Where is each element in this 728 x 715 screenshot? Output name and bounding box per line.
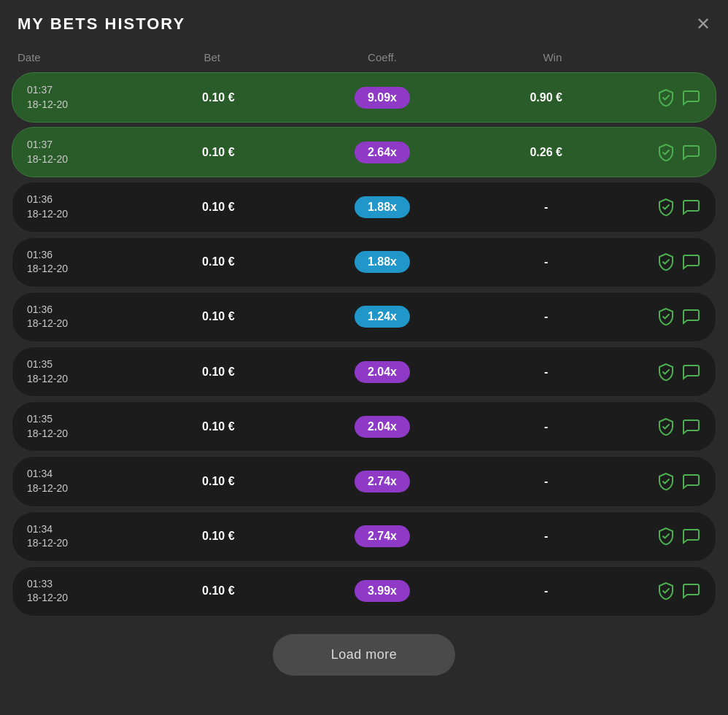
date-time: 01:37	[27, 138, 136, 152]
date-date: 18-12-20	[27, 427, 136, 441]
win-amount: -	[464, 201, 628, 214]
date-date: 18-12-20	[27, 98, 136, 112]
table-row: 01:3618-12-200.10 €1.88x-	[12, 237, 716, 287]
win-amount: 0.90 €	[464, 91, 628, 104]
shield-icon[interactable]	[656, 362, 676, 382]
date-cell: 01:3618-12-20	[27, 248, 136, 277]
table-row: 01:3418-12-200.10 €2.74x-	[12, 511, 716, 562]
chat-icon[interactable]	[681, 526, 701, 546]
date-cell: 01:3318-12-20	[27, 577, 136, 606]
date-date: 18-12-20	[27, 591, 136, 606]
coeff-cell: 2.04x	[301, 416, 465, 438]
date-date: 18-12-20	[27, 207, 136, 222]
actions-cell	[628, 88, 701, 108]
shield-icon[interactable]	[656, 88, 676, 108]
shield-icon[interactable]	[656, 197, 676, 217]
date-time: 01:36	[27, 248, 136, 263]
coeff-cell: 3.99x	[301, 580, 465, 602]
date-cell: 01:3618-12-20	[27, 193, 136, 221]
bet-amount: 0.10 €	[136, 255, 301, 268]
date-cell: 01:3618-12-20	[27, 303, 136, 331]
load-more-button[interactable]: Load more	[273, 634, 456, 676]
chat-icon[interactable]	[681, 142, 701, 163]
date-cell: 01:3418-12-20	[27, 467, 136, 495]
chat-icon[interactable]	[681, 252, 701, 272]
chat-icon[interactable]	[681, 88, 701, 108]
date-time: 01:34	[27, 522, 136, 537]
win-amount: -	[464, 530, 628, 543]
coeff-badge: 1.88x	[355, 251, 410, 273]
date-time: 01:36	[27, 193, 136, 207]
win-amount: -	[464, 255, 628, 268]
coeff-cell: 1.88x	[301, 251, 465, 273]
win-amount: -	[464, 366, 628, 379]
date-date: 18-12-20	[27, 482, 136, 496]
coeff-badge: 9.09x	[355, 87, 410, 109]
chat-icon[interactable]	[681, 581, 701, 601]
win-amount: -	[464, 310, 628, 323]
table-row: 01:3518-12-200.10 €2.04x-	[12, 401, 716, 452]
win-amount: -	[464, 475, 628, 488]
bet-amount: 0.10 €	[136, 310, 301, 323]
shield-icon[interactable]	[656, 581, 676, 601]
date-time: 01:34	[27, 467, 136, 482]
col-win: Win	[468, 51, 638, 63]
date-date: 18-12-20	[27, 536, 136, 551]
date-cell: 01:3418-12-20	[27, 522, 136, 551]
table-row: 01:3518-12-200.10 €2.04x-	[12, 347, 716, 397]
bet-amount: 0.10 €	[136, 530, 301, 543]
chat-icon[interactable]	[681, 417, 701, 437]
date-cell: 01:3718-12-20	[27, 138, 136, 166]
chat-icon[interactable]	[681, 197, 701, 217]
chat-icon[interactable]	[681, 306, 701, 327]
coeff-badge: 1.88x	[355, 196, 410, 218]
date-time: 01:35	[27, 412, 136, 427]
chat-icon[interactable]	[681, 362, 701, 382]
bet-amount: 0.10 €	[136, 146, 301, 159]
coeff-badge: 1.24x	[355, 306, 410, 328]
actions-cell	[628, 526, 701, 546]
chat-icon[interactable]	[681, 471, 701, 492]
col-date: Date	[18, 51, 127, 63]
bet-amount: 0.10 €	[136, 91, 301, 104]
header: MY BETS HISTORY ✕	[0, 0, 728, 45]
date-cell: 01:3718-12-20	[27, 83, 136, 112]
actions-cell	[628, 142, 701, 163]
date-date: 18-12-20	[27, 372, 136, 387]
shield-icon[interactable]	[656, 471, 676, 492]
actions-cell	[628, 471, 701, 492]
date-cell: 01:3518-12-20	[27, 358, 136, 386]
bets-list: 01:3718-12-200.10 €9.09x0.90 € 01:3718-1…	[0, 72, 728, 617]
date-cell: 01:3518-12-20	[27, 412, 136, 441]
date-date: 18-12-20	[27, 262, 136, 277]
shield-icon[interactable]	[656, 306, 676, 327]
coeff-badge: 2.64x	[355, 142, 410, 163]
bet-amount: 0.10 €	[136, 420, 301, 433]
shield-icon[interactable]	[656, 417, 676, 437]
table-row: 01:3718-12-200.10 €2.64x0.26 €	[12, 127, 716, 177]
actions-cell	[628, 581, 701, 601]
win-amount: 0.26 €	[464, 146, 628, 159]
coeff-badge: 2.04x	[355, 361, 410, 383]
actions-cell	[628, 252, 701, 272]
close-button[interactable]: ✕	[696, 15, 710, 33]
shield-icon[interactable]	[656, 526, 676, 546]
shield-icon[interactable]	[656, 252, 676, 272]
actions-cell	[628, 197, 701, 217]
bet-amount: 0.10 €	[136, 366, 301, 379]
coeff-badge: 2.74x	[355, 471, 410, 492]
coeff-cell: 2.74x	[301, 525, 465, 547]
actions-cell	[628, 417, 701, 437]
actions-cell	[628, 362, 701, 382]
col-actions	[638, 51, 710, 63]
shield-icon[interactable]	[656, 142, 676, 163]
table-row: 01:3418-12-200.10 €2.74x-	[12, 456, 716, 506]
coeff-cell: 2.64x	[301, 142, 465, 163]
date-time: 01:36	[27, 303, 136, 317]
bet-amount: 0.10 €	[136, 201, 301, 214]
date-time: 01:33	[27, 577, 136, 592]
page-title: MY BETS HISTORY	[18, 15, 185, 34]
date-date: 18-12-20	[27, 152, 136, 167]
win-amount: -	[464, 420, 628, 433]
coeff-cell: 2.04x	[301, 361, 465, 383]
